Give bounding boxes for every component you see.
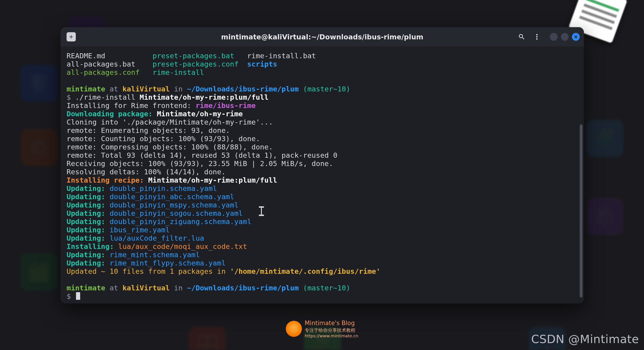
close-button[interactable] [572,33,580,41]
new-tab-button[interactable] [66,32,76,42]
blog-subtitle: 专注于给你分享技术教程 [305,327,358,333]
upd-file: double_pinyin_ziguang.schema.yaml [110,217,252,226]
ls-file: preset-packages.bat [152,52,234,60]
upd-file: double_pinyin.schema.yaml [110,184,217,192]
upd-label: Updating: [66,209,110,217]
window-title: mintimate@kaliVirtual:~/Downloads/ibus-r… [60,33,584,41]
out-line: remote: Enumerating objects: 93, done. [66,126,230,134]
terminal-window: mintimate@kaliVirtual:~/Downloads/ibus-r… [60,27,584,304]
install-file: lua/aux_code/moqi_aux_code.txt [118,242,247,250]
upd-label: Updating: [66,192,110,201]
blog-logo-icon: 🔆 [286,321,302,337]
prompt-host: kaliVirtual [122,85,170,93]
out-download-pkg: Mintimate/oh-my-rime [157,110,243,118]
summary-pre: Updated ~ 10 files from 1 packages in [66,267,230,276]
out-line: remote: Total 93 (delta 14), reused 53 (… [66,151,338,159]
prompt-path: ~/Downloads/ibus-rime/plum [187,284,299,292]
out-recipe: Mintimate/oh-my-rime:plum/full [148,176,277,184]
svg-point-1 [536,36,538,38]
upd-file: rime_mint.schema.yaml [110,250,200,259]
prompt-vcs: (master~10) [299,284,350,292]
upd-label: Updating: [66,250,110,259]
minimize-button[interactable] [550,33,558,41]
out-line: Resolving deltas: 100% (14/14), done. [66,168,226,176]
prompt-symbol: $ [66,93,75,101]
ls-file: rime-install.bat [247,52,316,60]
upd-file: lua/auxCode_filter.lua [110,234,204,242]
upd-label: Updating: [66,217,110,226]
prompt-sep: in [170,85,187,93]
out-line: remote: Compressing objects: 100% (88/88… [66,143,273,151]
cmd-exe: ./rime-install [75,93,140,101]
menu-icon[interactable] [532,32,542,42]
ls-file: all-packages.conf [66,68,140,76]
scrollbar-thumb[interactable] [580,124,582,298]
upd-file: rime_mint_flypy.schema.yaml [110,259,226,267]
csdn-watermark: CSDN @Mintimate [531,332,639,346]
prompt-user: mintimate [66,85,105,93]
window-controls [550,33,580,41]
maximize-button[interactable] [561,33,569,41]
terminal-viewport[interactable]: README.md preset-packages.bat rime-insta… [60,46,584,304]
svg-point-2 [536,38,538,40]
out-recipe-label: Installing recipe: [66,176,148,184]
cmd-arg: Mintimate/oh-my-rime:plum/full [140,93,268,101]
blog-title: Mintimate's Blog [305,320,358,327]
prompt-symbol: $ [66,292,75,300]
out-line: Receiving objects: 100% (93/93), 23.55 M… [66,159,333,168]
upd-label: Updating: [66,234,110,242]
out-frontend: rime/ibus-rime [196,101,256,110]
prompt-sep: at [105,85,122,93]
titlebar: mintimate@kaliVirtual:~/Downloads/ibus-r… [60,27,584,46]
out-line: Cloning into './package/Mintimate/oh-my-… [66,118,273,126]
upd-file: double_pinyin_mspy.schema.yaml [110,201,238,209]
ls-file: all-packages.bat [66,60,136,68]
ls-file: README.md [66,52,105,60]
out-download-label: Downloading package: [66,110,157,118]
out-line: Installing for Rime frontend: [66,101,196,110]
install-label: Installing: [66,242,118,250]
prompt-sep: in [170,284,187,292]
terminal-cursor [76,292,80,300]
svg-point-0 [536,34,538,36]
upd-file: ibus_rime.yaml [110,226,170,234]
prompt-vcs: (master~10) [299,85,350,93]
upd-label: Updating: [66,201,110,209]
summary-path: '/home/mintimate/.config/ibus/rime' [230,267,380,276]
upd-label: Updating: [66,226,110,234]
prompt-path: ~/Downloads/ibus-rime/plum [187,85,299,93]
search-icon[interactable] [517,32,526,42]
blog-url: https://www.mintimate.cn [305,333,358,338]
ls-file: preset-packages.conf [152,60,238,68]
upd-file: double_pinyin_sogou.schema.yaml [110,209,243,217]
ls-file: rime-install [152,68,204,76]
prompt-sep: at [105,284,122,292]
upd-file: double_pinyin_abc.schema.yaml [110,192,234,201]
prompt-user: mintimate [66,284,105,292]
upd-label: Updating: [66,184,110,192]
ls-dir: scripts [247,60,277,68]
text-cursor-icon [259,206,261,216]
upd-label: Updating: [66,259,110,267]
blog-watermark: 🔆 Mintimate's Blog 专注于给你分享技术教程 https://w… [286,320,358,338]
prompt-host: kaliVirtual [122,284,170,292]
out-line: remote: Counting objects: 100% (93/93), … [66,134,260,143]
